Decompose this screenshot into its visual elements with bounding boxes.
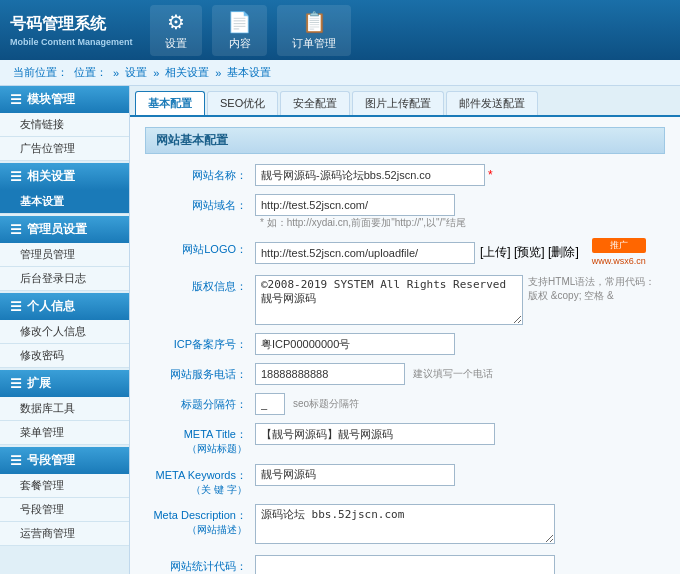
tab-seo[interactable]: SEO优化 <box>207 91 278 115</box>
field-site-url: * 如：http://xydai.cn,前面要加"http://",以"/"结尾 <box>255 194 665 230</box>
header-nav-item-settings[interactable]: ⚙设置 <box>150 5 202 56</box>
tab-basic[interactable]: 基本配置 <box>135 91 205 115</box>
field-icp <box>255 333 665 355</box>
section-title: 网站基本配置 <box>145 127 665 154</box>
sidebar-item-ads[interactable]: 广告位管理 <box>0 137 129 161</box>
label-stats: 网站统计代码： <box>145 555 255 574</box>
input-site-name[interactable] <box>255 164 485 186</box>
sidebar-item-carrier[interactable]: 套餐管理 <box>0 474 129 498</box>
group-label: 个人信息 <box>27 298 75 315</box>
sidebar-group-title-module[interactable]: ☰ 模块管理 <box>0 86 129 113</box>
input-copyright[interactable]: ©2008-2019 SYSTEM All Rights Reserved 靓号… <box>255 275 523 325</box>
label-copyright: 版权信息： <box>145 275 255 294</box>
admin-icon: ☰ <box>10 222 22 237</box>
input-site-url[interactable] <box>255 194 455 216</box>
tab-security[interactable]: 安全配置 <box>280 91 350 115</box>
breadcrumb-item: 基本设置 <box>227 65 271 80</box>
content-nav-icon: 📄 <box>227 10 252 34</box>
expand-icon: ☰ <box>10 376 22 391</box>
header-nav-item-order[interactable]: 📋订单管理 <box>277 5 351 56</box>
field-meta-title <box>255 423 665 445</box>
sidebar-item-friends[interactable]: 友情链接 <box>0 113 129 137</box>
tab-upload[interactable]: 图片上传配置 <box>352 91 444 115</box>
sidebar-item-edit-profile[interactable]: 修改个人信息 <box>0 320 129 344</box>
module-icon: ☰ <box>10 92 22 107</box>
sidebar-group-expand: ☰ 扩展 数据库工具 菜单管理 <box>0 370 129 445</box>
sidebar: ☰ 模块管理 友情链接 广告位管理 ☰ 相关设置 基本设置 ☰ 管理员设置 管理… <box>0 86 130 574</box>
sidebar-group-title-related[interactable]: ☰ 相关设置 <box>0 163 129 190</box>
sidebar-item-segment-mgr[interactable]: 号段管理 <box>0 498 129 522</box>
input-meta-title[interactable] <box>255 423 495 445</box>
sidebar-group-title-expand[interactable]: ☰ 扩展 <box>0 370 129 397</box>
label-separator: 标题分隔符： <box>145 393 255 412</box>
input-separator[interactable] <box>255 393 285 415</box>
group-label: 相关设置 <box>27 168 75 185</box>
separator-hint: seo标题分隔符 <box>293 397 359 411</box>
logo-preview-link[interactable]: 预览 <box>517 245 541 259</box>
sidebar-group-title-segment[interactable]: ☰ 号段管理 <box>0 447 129 474</box>
logo-subtitle: Mobile Content Management <box>10 37 140 47</box>
row-site-name: 网站名称： * <box>145 164 665 186</box>
input-icp[interactable] <box>255 333 455 355</box>
row-copyright: 版权信息： ©2008-2019 SYSTEM All Rights Reser… <box>145 275 665 325</box>
input-phone[interactable] <box>255 363 405 385</box>
sidebar-group-segment: ☰ 号段管理 套餐管理 号段管理 运营商管理 <box>0 447 129 546</box>
sidebar-item-ops[interactable]: 运营商管理 <box>0 522 129 546</box>
personal-icon: ☰ <box>10 299 22 314</box>
input-meta-keywords[interactable] <box>255 464 455 486</box>
row-meta-title: META Title： （网站标题） <box>145 423 665 456</box>
logo-ad-badge: 推广 <box>592 238 646 253</box>
sidebar-item-task[interactable]: 菜单管理 <box>0 421 129 445</box>
sidebar-item-change-pwd[interactable]: 修改密码 <box>0 344 129 368</box>
header-nav: ⚙设置📄内容📋订单管理 <box>150 5 351 56</box>
row-meta-desc: Meta Description： （网站描述） 源码论坛 bbs.52jscn… <box>145 504 665 547</box>
header-nav-item-content[interactable]: 📄内容 <box>212 5 267 56</box>
row-stats: 网站统计代码： <box>145 555 665 574</box>
header: 号码管理系统 Mobile Content Management ⚙设置📄内容📋… <box>0 0 680 60</box>
logo-links: [上传] [预览] [删除] <box>480 244 579 261</box>
copyright-row: ©2008-2019 SYSTEM All Rights Reserved 靓号… <box>255 275 665 325</box>
logo-delete-link[interactable]: 删除 <box>551 245 575 259</box>
sidebar-item-basic[interactable]: 基本设置 <box>0 190 129 214</box>
copyright-hint: 支持HTML语法，常用代码：版权 &copy; 空格 & <box>528 275 665 303</box>
settings-nav-icon: ⚙ <box>167 10 185 34</box>
row-icp: ICP备案序号： <box>145 333 665 355</box>
related-icon: ☰ <box>10 169 22 184</box>
sidebar-group-related: ☰ 相关设置 基本设置 <box>0 163 129 214</box>
tab-bar: 基本配置 SEO优化 安全配置 图片上传配置 邮件发送配置 <box>130 86 680 117</box>
logo-upload-link[interactable]: 上传 <box>483 245 507 259</box>
input-meta-desc[interactable]: 源码论坛 bbs.52jscn.com <box>255 504 555 544</box>
row-site-logo: 网站LOGO： [上传] [预览] [删除] 推广 www.wsx6.cn <box>145 238 665 267</box>
input-stats[interactable] <box>255 555 555 574</box>
breadcrumb-sep: » <box>113 67 119 79</box>
label-meta-desc: Meta Description： （网站描述） <box>145 504 255 537</box>
row-phone: 网站服务电话： 建议填写一个电话 <box>145 363 665 385</box>
breadcrumb-item[interactable]: 设置 <box>125 65 147 80</box>
sidebar-item-admin-list[interactable]: 管理员管理 <box>0 243 129 267</box>
input-logo-url[interactable] <box>255 242 475 264</box>
sidebar-group-module: ☰ 模块管理 友情链接 广告位管理 <box>0 86 129 161</box>
breadcrumb-sep: » <box>215 67 221 79</box>
sidebar-item-login-log[interactable]: 后台登录日志 <box>0 267 129 291</box>
label-icp: ICP备案序号： <box>145 333 255 352</box>
field-copyright: ©2008-2019 SYSTEM All Rights Reserved 靓号… <box>255 275 665 325</box>
breadcrumb-item: 位置： <box>74 65 107 80</box>
field-meta-keywords <box>255 464 665 486</box>
site-logo: 号码管理系统 Mobile Content Management <box>10 14 140 47</box>
settings-nav-label: 设置 <box>165 36 187 51</box>
sidebar-group-title-admin[interactable]: ☰ 管理员设置 <box>0 216 129 243</box>
tab-email[interactable]: 邮件发送配置 <box>446 91 538 115</box>
breadcrumb-item[interactable]: 相关设置 <box>165 65 209 80</box>
logo-row: [上传] [预览] [删除] 推广 www.wsx6.cn <box>255 238 665 267</box>
breadcrumb-prefix: 当前位置： <box>13 65 68 80</box>
field-site-logo: [上传] [预览] [删除] 推广 www.wsx6.cn <box>255 238 665 267</box>
sidebar-group-title-personal[interactable]: ☰ 个人信息 <box>0 293 129 320</box>
label-site-logo: 网站LOGO： <box>145 238 255 257</box>
sidebar-item-db[interactable]: 数据库工具 <box>0 397 129 421</box>
label-meta-title: META Title： （网站标题） <box>145 423 255 456</box>
phone-hint: 建议填写一个电话 <box>413 367 493 381</box>
field-separator: seo标题分隔符 <box>255 393 665 415</box>
main-content: 基本配置 SEO优化 安全配置 图片上传配置 邮件发送配置 网站基本配置 网站名… <box>130 86 680 574</box>
field-stats <box>255 555 665 574</box>
group-label: 号段管理 <box>27 452 75 469</box>
